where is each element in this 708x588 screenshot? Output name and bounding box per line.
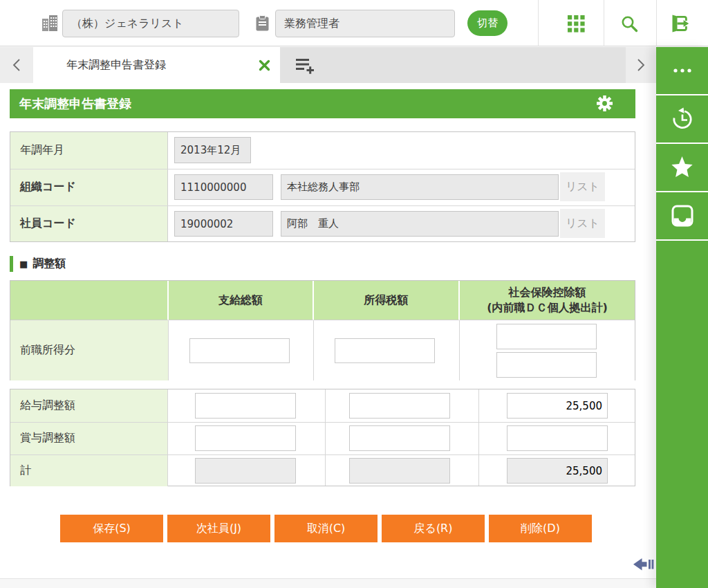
page-title: 年末調整申告書登録 (19, 95, 131, 112)
tab-scroll-left-button[interactable] (0, 47, 33, 83)
notes-button[interactable] (656, 192, 708, 239)
tab-active[interactable]: 年末調整申告書登録 (33, 47, 280, 83)
main-content: 年末調整申告書登録 年調年月 組織コード 社員コード (0, 83, 656, 579)
next-employee-button[interactable]: 次社員(J) (167, 515, 270, 542)
role-clipboard-icon (256, 15, 269, 34)
tab-scroll-right-button[interactable] (626, 47, 656, 83)
col-header-line2: (内前職ＤＣ個人拠出計) (487, 300, 608, 315)
back-button[interactable]: 戻る(R) (382, 515, 485, 542)
more-menu-button[interactable] (656, 47, 708, 94)
bonus-social-input[interactable] (507, 425, 608, 451)
section-title: 調整額 (32, 257, 66, 271)
col-divider (478, 389, 479, 486)
app-window: 切替 (0, 0, 708, 588)
switch-button[interactable]: 切替 (467, 10, 507, 36)
company-building-icon (42, 15, 57, 34)
bonus-payment-input[interactable] (195, 425, 296, 451)
col-header-payment-total: 支給総額 (169, 281, 314, 320)
company-input[interactable] (63, 10, 239, 37)
section-header: ■ 調整額 (10, 256, 66, 272)
action-buttons: 保存(S) 次社員(J) 取消(C) 戻る(R) 削除(D) (0, 515, 656, 542)
settings-gear-icon[interactable] (597, 95, 613, 114)
prev-social-input[interactable] (496, 324, 597, 349)
prev-social-dc-input[interactable] (496, 352, 597, 378)
section-marker: ■ (19, 259, 28, 269)
role-field (275, 10, 455, 37)
tab-label: 年末調整申告書登録 (66, 58, 166, 73)
col-header-social-insurance: 社会保険控除額 (内前職ＤＣ個人拠出計) (460, 281, 635, 320)
col-divider (325, 389, 326, 486)
row-divider (10, 454, 635, 455)
salary-tax-input[interactable] (349, 393, 450, 419)
total-social-input (507, 458, 608, 484)
row-label-org-code: 組織コード (10, 169, 168, 205)
tab-bar: 年末調整申告書登録 (0, 47, 656, 83)
history-button[interactable] (656, 95, 708, 143)
search-icon[interactable] (620, 15, 639, 36)
org-code-input[interactable] (174, 174, 273, 200)
col-header-line1: 社会保険控除額 (509, 285, 586, 300)
org-list-button[interactable]: リスト (560, 172, 605, 201)
row-label-bonus-adjust: 賞与調整額 (10, 422, 168, 454)
org-name-input[interactable] (281, 174, 559, 200)
prev-payment-input[interactable] (189, 338, 290, 363)
employee-code-input[interactable] (174, 211, 273, 237)
logout-icon[interactable] (669, 13, 691, 37)
tab-close-icon[interactable] (259, 59, 270, 74)
apps-grid-icon[interactable] (568, 15, 585, 35)
total-payment-input (195, 458, 296, 484)
col-header-empty (10, 281, 169, 320)
right-sidebar (656, 47, 708, 588)
row-label-salary-adjust: 給与調整額 (10, 389, 168, 422)
header-divider (656, 0, 657, 46)
role-input[interactable] (276, 10, 454, 37)
row-divider (10, 205, 635, 206)
row-label-total: 計 (10, 454, 168, 486)
year-month-input[interactable] (174, 137, 251, 163)
col-header-income-tax: 所得税額 (314, 281, 460, 320)
row-label-employee-code: 社員コード (10, 205, 168, 241)
company-field (62, 10, 239, 37)
section-accent-bar (10, 256, 13, 272)
favorites-button[interactable] (656, 144, 708, 191)
employee-info-table: 年調年月 組織コード 社員コード リスト リスト (10, 131, 635, 242)
sidebar-divider (656, 239, 708, 241)
employee-list-button[interactable]: リスト (560, 209, 605, 238)
new-tab-button[interactable] (296, 57, 315, 77)
previous-income-table: 支給総額 所得税額 社会保険控除額 (内前職ＤＣ個人拠出計) 前職所得分 (10, 280, 635, 380)
employee-name-input[interactable] (281, 211, 559, 237)
header-divider (538, 0, 539, 46)
row-divider (10, 422, 635, 423)
header-divider (604, 0, 604, 46)
delete-button[interactable]: 削除(D) (489, 515, 592, 542)
collapse-panel-icon[interactable] (633, 555, 654, 576)
salary-payment-input[interactable] (195, 393, 296, 419)
top-header: 切替 (0, 0, 708, 46)
row-divider (10, 169, 635, 169)
bonus-tax-input[interactable] (349, 425, 450, 451)
row-label-prev-income: 前職所得分 (10, 320, 169, 380)
salary-social-input[interactable] (507, 393, 608, 419)
total-tax-input (349, 458, 450, 484)
save-button[interactable]: 保存(S) (60, 515, 163, 542)
page-title-bar: 年末調整申告書登録 (10, 89, 635, 118)
cancel-button[interactable]: 取消(C) (274, 515, 378, 542)
adjustment-amount-table: 給与調整額 賞与調整額 計 (10, 389, 635, 486)
prev-tax-input[interactable] (335, 338, 435, 363)
row-label-year-month: 年調年月 (10, 132, 168, 169)
